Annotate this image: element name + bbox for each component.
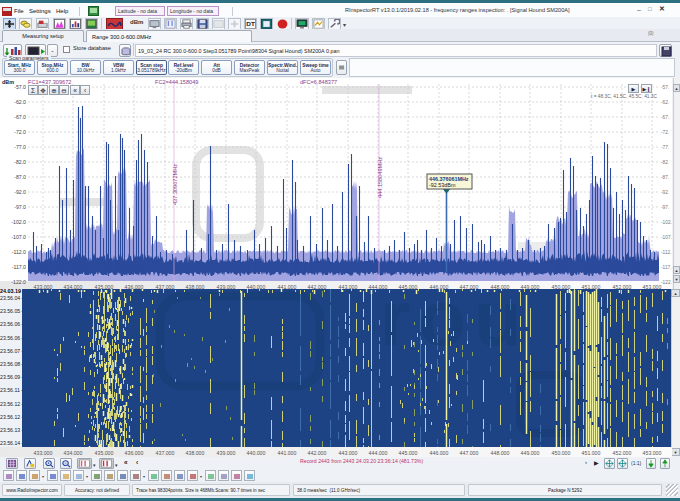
svg-text:452.000: 452.000 xyxy=(613,450,632,456)
svg-text:-117.0: -117.0 xyxy=(12,264,26,270)
svg-text:449.000: 449.000 xyxy=(521,450,540,456)
svg-text:444.000: 444.000 xyxy=(369,450,388,456)
svg-text:445.000: 445.000 xyxy=(399,450,418,456)
svg-text:-72.0: -72.0 xyxy=(14,129,26,135)
svg-text:-117.: -117. xyxy=(661,265,672,270)
svg-text:446.376061MHz: 446.376061MHz xyxy=(429,176,469,182)
svg-text:-77.: -77. xyxy=(661,145,669,150)
svg-text:435.000: 435.000 xyxy=(95,450,114,456)
svg-text:-72.: -72. xyxy=(661,130,669,135)
svg-text:-112.: -112. xyxy=(661,250,672,255)
svg-text:dFC=6.848377: dFC=6.848377 xyxy=(300,79,337,85)
svg-text:437.309672MHz: 437.309672MHz xyxy=(172,164,178,205)
svg-text:433.000: 433.000 xyxy=(34,450,53,456)
svg-text:440.000: 440.000 xyxy=(247,450,266,456)
svg-text:436.000: 436.000 xyxy=(125,450,144,456)
svg-text:-107.0: -107.0 xyxy=(11,234,26,240)
svg-text:434.000: 434.000 xyxy=(64,450,83,456)
svg-text:451.000: 451.000 xyxy=(582,450,601,456)
svg-text:-67.0: -67.0 xyxy=(14,114,26,120)
svg-text:rou: rou xyxy=(380,289,530,362)
svg-text:-82.0: -82.0 xyxy=(14,159,26,165)
svg-text:-57.0: -57.0 xyxy=(14,84,26,90)
svg-text:-92.: -92. xyxy=(661,190,669,195)
svg-text:-77.0: -77.0 xyxy=(14,144,26,150)
svg-text:439.000: 439.000 xyxy=(217,450,236,456)
svg-text:-112.0: -112.0 xyxy=(12,249,26,255)
svg-text:437.000: 437.000 xyxy=(156,450,175,456)
svg-text:-82.: -82. xyxy=(661,160,669,165)
svg-text:-92.53dBm: -92.53dBm xyxy=(429,182,456,188)
svg-text:-122.0: -122.0 xyxy=(11,279,26,285)
svg-text:-102.0: -102.0 xyxy=(11,219,26,225)
svg-text:FC2=444.158049: FC2=444.158049 xyxy=(155,79,198,85)
svg-text:-87.0: -87.0 xyxy=(14,174,26,180)
svg-text:448.000: 448.000 xyxy=(491,450,510,456)
svg-text:-92.0: -92.0 xyxy=(14,189,26,195)
svg-text:-62.: -62. xyxy=(661,100,669,105)
svg-text:I: I xyxy=(171,20,173,27)
svg-text:I: I xyxy=(167,20,169,27)
svg-text:441.000: 441.000 xyxy=(278,450,297,456)
svg-text:442.000: 442.000 xyxy=(308,450,327,456)
svg-text:t = 48.3C, 41.5C, 45.5C, 41.3C: t = 48.3C, 41.5C, 45.5C, 41.3C xyxy=(591,94,658,99)
svg-text:444.158049MHz: 444.158049MHz xyxy=(377,157,383,198)
svg-text:446.000: 446.000 xyxy=(430,450,449,456)
svg-text:-102.: -102. xyxy=(661,220,672,225)
svg-text:-122.: -122. xyxy=(661,280,672,285)
svg-text:-57.: -57. xyxy=(661,85,669,90)
svg-text:443.000: 443.000 xyxy=(339,450,358,456)
svg-text:-87.: -87. xyxy=(661,175,669,180)
svg-text:450.000: 450.000 xyxy=(552,450,571,456)
svg-text:438.000: 438.000 xyxy=(186,450,205,456)
svg-text:453.000: 453.000 xyxy=(643,450,662,456)
svg-text:dBm: dBm xyxy=(2,79,14,85)
svg-text:-67.: -67. xyxy=(661,115,669,120)
svg-text:-107.: -107. xyxy=(661,235,672,240)
svg-text:447.000: 447.000 xyxy=(460,450,479,456)
svg-text:-97.: -97. xyxy=(661,205,669,210)
svg-text:-62.0: -62.0 xyxy=(14,99,26,105)
svg-text:-97.0: -97.0 xyxy=(14,204,26,210)
svg-text:DT: DT xyxy=(246,20,255,27)
